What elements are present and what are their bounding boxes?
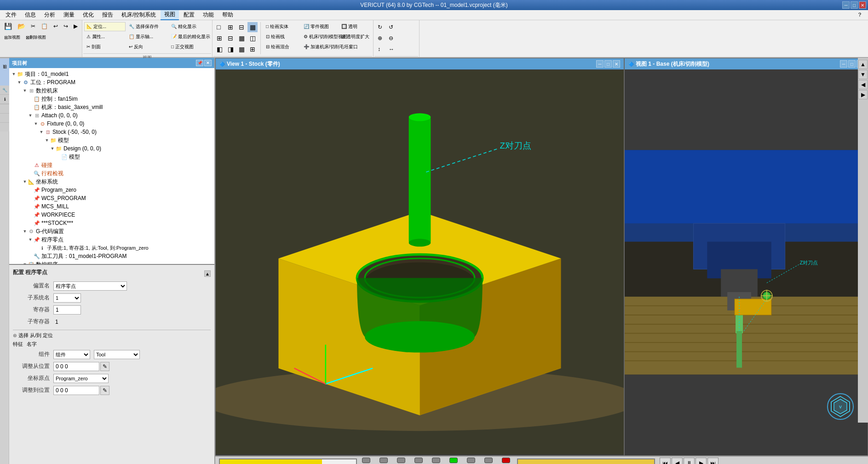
tree-node-attach[interactable]: ▼ ⊞ Attach (0, 0, 0) (9, 111, 214, 120)
tb-disp5[interactable]: ⊞ (214, 33, 224, 43)
side-tab-tool[interactable]: 🔧 (0, 86, 9, 95)
tb-disp11[interactable]: ▦ (236, 44, 247, 54)
menu-function[interactable]: 功能 (199, 10, 218, 20)
tb-transparent[interactable]: 🔲 透明 (339, 22, 371, 31)
tree-node-stock2[interactable]: 📌 ***STOCK*** (9, 219, 214, 227)
tb-disp6[interactable]: ⊟ (225, 33, 236, 43)
right-btn-3[interactable]: ◀ (858, 80, 868, 89)
right-btn-1[interactable]: ▲ (858, 60, 868, 69)
side-tab-info[interactable]: ℹ (0, 95, 9, 104)
tb-quick2[interactable]: 📂 (15, 22, 28, 31)
tb-trans-expand[interactable]: ⊞ 透明度扩大 (339, 32, 371, 41)
maximize-btn[interactable]: □ (851, 1, 858, 9)
minimize-btn[interactable]: ─ (842, 1, 850, 9)
tb-disp9[interactable]: ◧ (214, 44, 224, 54)
tb-dyn1[interactable]: ↻ (375, 22, 385, 32)
tb-solid[interactable]: □ 绘画实体 (264, 22, 300, 31)
menu-analysis[interactable]: 分析 (40, 10, 59, 20)
tb-dyn6[interactable]: ↔ (386, 44, 397, 54)
tree-toggle-design[interactable]: ▼ (50, 146, 55, 151)
tb-del-view[interactable]: ⊠ 删除视图 (23, 33, 48, 42)
indicator-opti[interactable]: OPTI (480, 457, 497, 464)
tree-node-program[interactable]: ▼ ⚙ 工位：PROGRAM (9, 78, 214, 86)
indicator-coll[interactable]: COLL (375, 457, 392, 464)
tree-toggle-stock[interactable]: ▼ (39, 129, 44, 135)
coord-origin-select[interactable]: Program_zero (53, 374, 109, 383)
tb-quick5[interactable]: ↩ (51, 22, 60, 31)
group-value-select[interactable]: Tool (94, 350, 140, 359)
side-tab-3[interactable] (0, 113, 9, 122)
tree-node-cnc[interactable]: ▼ ⊞ 数控机床 (9, 86, 214, 95)
tb-acc-machine[interactable]: ➕ 加速机床/切削毛坯窗口 (301, 42, 338, 52)
tree-node-model2[interactable]: 📄 模型 (9, 153, 214, 161)
play-forward-btn[interactable]: ▶ (696, 458, 707, 464)
tb-quick7[interactable]: ▶ (71, 22, 80, 31)
tree-area[interactable]: ▼ 📁 项目：01_model1 ▼ ⚙ 工位：PROGRAM ▼ ⊞ 数控机床… (9, 68, 214, 264)
tb-wire[interactable]: ⊡ 绘画线 (264, 32, 300, 41)
indicator-limit[interactable]: LIMIT (358, 457, 374, 464)
tree-toggle-program[interactable]: ▼ (17, 80, 22, 85)
adj-from-btn[interactable]: ✎ (100, 362, 109, 371)
adj-to-input[interactable] (53, 386, 99, 395)
menu-question[interactable]: ？ (853, 10, 866, 20)
tb-dyn2[interactable]: ↺ (386, 22, 397, 32)
tree-node-gcode[interactable]: ▼ ⚙ G-代码编置 (9, 227, 214, 235)
tb-disp7[interactable]: ▦ (236, 33, 247, 43)
tree-node-project[interactable]: ▼ 📁 项目：01_model1 (9, 70, 214, 78)
tree-node-fixture[interactable]: ▼ ⊙ Fixture (0, 0, 0) (9, 120, 214, 128)
tree-toggle-cnc[interactable]: ▼ (22, 88, 28, 93)
tree-toggle-gcode[interactable]: ▼ (22, 229, 28, 234)
indicator-cycle[interactable]: CYCLE (445, 457, 462, 464)
tb-disp3[interactable]: ⊟ (236, 22, 247, 32)
tree-node-subsys[interactable]: ℹ 子系统:1, 寄存器:1, 从:Tool, 到:Program_zero (9, 244, 214, 252)
config-subsys-select[interactable]: 1 (53, 293, 81, 303)
tb-disp12[interactable]: ⊞ (247, 44, 258, 54)
tree-node-pzero[interactable]: 📌 Program_zero (9, 186, 214, 194)
panel-pin-btn[interactable]: 📌 (196, 60, 203, 66)
tree-toggle-coords[interactable]: ▼ (22, 179, 28, 184)
menu-view[interactable]: 视图 (161, 10, 179, 20)
config-register-input[interactable] (53, 305, 81, 315)
tb-view4[interactable]: 🔧 选择保存件 (126, 22, 168, 31)
tb-view3[interactable]: ✂ 剖面 (84, 42, 126, 52)
tb-view9[interactable]: □ 正交视图 (169, 42, 210, 52)
play-back-btn[interactable]: ◀ (672, 458, 683, 464)
menu-file[interactable]: 文件 (2, 10, 20, 20)
tb-view8[interactable]: 📝 最后的精化显示 (169, 32, 210, 41)
vp2-min-btn[interactable]: ─ (840, 60, 847, 68)
right-btn-2[interactable]: ▼ (858, 70, 868, 79)
tree-node-cutter[interactable]: ⚠ 碰撞 (9, 161, 214, 169)
tb-quick4[interactable]: 📋 (39, 22, 50, 31)
vp2-max-btn[interactable]: □ (848, 60, 856, 68)
vp1-max-btn[interactable]: □ (604, 60, 612, 68)
vp1-close-btn[interactable]: ✕ (613, 60, 620, 68)
menu-config[interactable]: 配置 (180, 10, 198, 20)
tree-toggle-model1[interactable]: ▼ (44, 137, 50, 143)
tb-disp10[interactable]: ◨ (225, 44, 236, 54)
close-btn[interactable]: ✕ (859, 1, 866, 9)
tb-add-view[interactable]: ⊞ 加视图 (2, 33, 23, 42)
menu-help[interactable]: 帮助 (218, 10, 237, 20)
tb-view5[interactable]: 📋 显示轴... (126, 32, 168, 41)
tree-toggle-progzero[interactable]: ▼ (28, 237, 33, 242)
tb-disp8[interactable]: ◫ (247, 33, 258, 43)
scroll-up-btn[interactable]: ▲ (204, 270, 211, 277)
tree-toggle-project[interactable]: ▼ (11, 71, 17, 77)
tb-quick1[interactable]: 💾 (2, 22, 14, 31)
tree-node-mcs[interactable]: 📌 MCS_MILL (9, 202, 214, 211)
indicator-sub[interactable]: SUB (410, 457, 427, 464)
tb-dyn5[interactable]: ↕ (375, 44, 385, 54)
tree-node-progzero[interactable]: ▼ 📌 程序零点 (9, 235, 214, 244)
indicator-busy[interactable]: BUSY (498, 457, 514, 464)
tree-node-stock[interactable]: ▼ ◫ Stock (-50, -50, 0) (9, 128, 214, 136)
tree-node-machine[interactable]: 📋 机床：basic_3axes_vmill (9, 103, 214, 111)
tb-dyn4[interactable]: ⊖ (386, 33, 397, 43)
tb-compound[interactable]: ⊟ 绘画混合 (264, 42, 300, 52)
vp1-canvas[interactable]: Z对刀点 (216, 69, 624, 455)
tree-node-model1[interactable]: ▼ 📁 模型 (9, 136, 214, 144)
panel-close-btn[interactable]: ✕ (204, 60, 212, 66)
tb-disp2[interactable]: ⊞ (225, 22, 236, 32)
tree-node-toolref[interactable]: 🔧 加工刀具：01_model1-PROGRAM (9, 252, 214, 260)
group-select[interactable]: 组件 (53, 350, 90, 359)
tree-node-design[interactable]: ▼ 📁 Design (0, 0, 0) (9, 144, 214, 153)
